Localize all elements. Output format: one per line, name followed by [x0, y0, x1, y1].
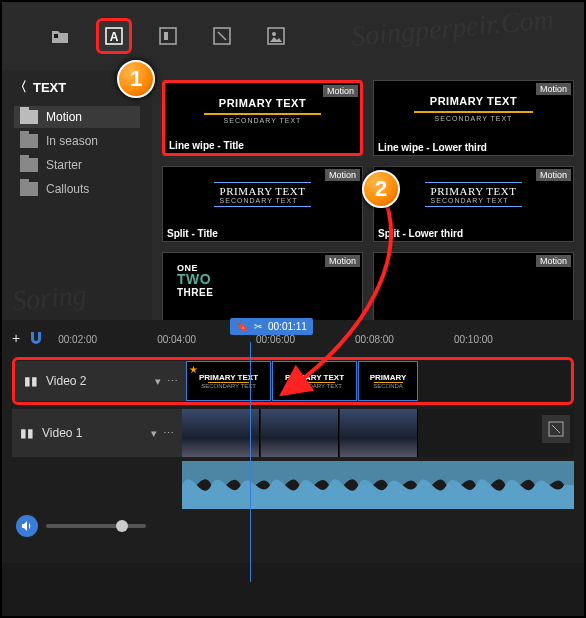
- preset-stack-three: THREE: [177, 287, 213, 298]
- folder-label: Callouts: [46, 182, 89, 196]
- preset-badge: Motion: [325, 255, 360, 267]
- top-toolbar: A: [2, 2, 584, 70]
- folder-icon: [20, 158, 38, 172]
- folder-icon: [20, 134, 38, 148]
- text-clip[interactable]: ★ PRIMARY TEXT SECONDARY TEXT: [186, 361, 271, 401]
- scissors-icon[interactable]: ✂: [254, 321, 262, 332]
- preset-caption: Split - Lower third: [378, 228, 463, 239]
- track-name: Video 2: [46, 374, 86, 388]
- time-tick: 00:08:00: [355, 334, 394, 345]
- volume-control: [16, 515, 570, 537]
- clip-subtitle: SECONDARY TEXT: [287, 383, 342, 389]
- video-thumbnail[interactable]: [261, 409, 339, 457]
- preset-primary-text: PRIMARY TEXT: [430, 95, 517, 107]
- preset-item[interactable]: Motion: [373, 252, 574, 320]
- preset-caption: Line wipe - Lower third: [378, 142, 487, 153]
- time-tick: 00:10:00: [454, 334, 493, 345]
- preset-secondary-text: SECONDARY TEXT: [435, 115, 513, 122]
- preset-line-wipe-lower-third[interactable]: Motion PRIMARY TEXT SECONDARY TEXT Line …: [373, 80, 574, 156]
- preset-primary-text: PRIMARY TEXT: [220, 185, 306, 197]
- star-icon: ★: [189, 364, 198, 375]
- preset-secondary-text: SECONDARY TEXT: [224, 117, 302, 124]
- effects-tab-button[interactable]: [204, 18, 240, 54]
- preset-secondary-text: SECONDARY TEXT: [220, 197, 306, 204]
- folder-icon: [20, 182, 38, 196]
- svg-point-6: [272, 32, 276, 36]
- timeline-panel: + 🔖 ✂ 00:01:11 00:02:00 00:04:00 00:06:0…: [2, 320, 584, 563]
- preset-caption: Split - Title: [167, 228, 218, 239]
- add-track-button[interactable]: +: [12, 330, 20, 349]
- time-tick: 00:02:00: [58, 334, 97, 345]
- ellipsis-icon[interactable]: ⋯: [167, 375, 178, 388]
- track-video-2[interactable]: ▮▮ Video 2 ▾ ⋯ ★ PRIMARY TEXT SECONDARY …: [12, 357, 574, 405]
- folder-starter[interactable]: Starter: [14, 154, 140, 176]
- underline-decoration: [204, 113, 321, 115]
- clip-effects-button[interactable]: [542, 415, 570, 443]
- timeline-ruler[interactable]: + 🔖 ✂ 00:01:11 00:02:00 00:04:00 00:06:0…: [2, 326, 584, 353]
- callout-2-label: 2: [375, 176, 387, 202]
- text-clip[interactable]: PRIMARY TEXT SECONDARY TEXT: [272, 361, 357, 401]
- clip-title: PRIMARY: [370, 373, 407, 382]
- text-clip[interactable]: PRIMARY SECONDA: [358, 361, 418, 401]
- preset-primary-text: PRIMARY TEXT: [219, 97, 306, 109]
- volume-slider[interactable]: [46, 524, 146, 528]
- annotation-callout-1: 1: [117, 60, 155, 98]
- track-header[interactable]: ▮▮ Video 1 ▾ ⋯: [12, 409, 182, 457]
- ellipsis-icon[interactable]: ⋯: [163, 427, 174, 440]
- folder-label: Motion: [46, 110, 82, 124]
- folder-label: In season: [46, 134, 98, 148]
- track-content[interactable]: ★ PRIMARY TEXT SECONDARY TEXT PRIMARY TE…: [186, 361, 570, 401]
- chevron-down-icon[interactable]: ▾: [155, 375, 161, 388]
- video-thumbnail[interactable]: [340, 409, 418, 457]
- media-tab-button[interactable]: [42, 18, 78, 54]
- clip-title: PRIMARY TEXT: [285, 373, 344, 382]
- preset-primary-text: PRIMARY TEXT: [431, 185, 517, 197]
- preset-line-wipe-title[interactable]: Motion PRIMARY TEXT SECONDARY TEXT Line …: [162, 80, 363, 156]
- text-tab-button[interactable]: A: [96, 18, 132, 54]
- time-tick: 00:04:00: [157, 334, 196, 345]
- track-audio[interactable]: [12, 461, 574, 509]
- audio-waveform[interactable]: [182, 461, 574, 509]
- time-ticks: 00:02:00 00:04:00 00:06:00 00:08:00 00:1…: [58, 334, 574, 345]
- playhead-time: 00:01:11: [268, 321, 307, 332]
- track-name: Video 1: [42, 426, 82, 440]
- preset-badge: Motion: [325, 169, 360, 181]
- time-tick: 00:06:00: [256, 334, 295, 345]
- folder-callouts[interactable]: Callouts: [14, 178, 140, 200]
- video-track-icon: ▮▮: [20, 426, 34, 440]
- preset-badge: Motion: [536, 169, 571, 181]
- folder-motion[interactable]: Motion: [14, 106, 140, 128]
- folder-label: Starter: [46, 158, 82, 172]
- preset-stack-two: TWO: [177, 271, 211, 287]
- track-header[interactable]: ▮▮ Video 2 ▾ ⋯: [16, 361, 186, 401]
- preset-split-lower-third[interactable]: Motion PRIMARY TEXT SECONDARY TEXT Split…: [373, 166, 574, 242]
- track-video-1[interactable]: ▮▮ Video 1 ▾ ⋯: [12, 409, 574, 457]
- track-header[interactable]: [12, 461, 182, 509]
- preset-caption: Line wipe - Title: [169, 140, 244, 151]
- overlays-tab-button[interactable]: [258, 18, 294, 54]
- preset-one-two-three[interactable]: Motion ONE TWO THREE: [162, 252, 363, 320]
- main-panel: 〈 TEXT Motion In season Starter Callouts…: [2, 70, 584, 320]
- mute-button[interactable]: [16, 515, 38, 537]
- playhead-line[interactable]: [250, 342, 251, 582]
- preset-badge: Motion: [323, 85, 358, 97]
- video-track-icon: ▮▮: [24, 374, 38, 388]
- svg-text:A: A: [110, 30, 119, 44]
- preset-badge: Motion: [536, 255, 571, 267]
- clip-subtitle: SECONDARY TEXT: [201, 383, 256, 389]
- preset-split-title[interactable]: Motion PRIMARY TEXT SECONDARY TEXT Split…: [162, 166, 363, 242]
- snap-toggle-button[interactable]: [28, 330, 44, 349]
- chevron-left-icon: 〈: [14, 78, 27, 96]
- preset-secondary-text: SECONDARY TEXT: [431, 197, 517, 204]
- folder-in-season[interactable]: In season: [14, 130, 140, 152]
- svg-rect-0: [54, 34, 58, 38]
- preset-badge: Motion: [536, 83, 571, 95]
- transitions-tab-button[interactable]: [150, 18, 186, 54]
- chevron-down-icon[interactable]: ▾: [151, 427, 157, 440]
- preset-sidebar: 〈 TEXT Motion In season Starter Callouts: [2, 70, 152, 320]
- video-thumbnail[interactable]: [182, 409, 260, 457]
- track-content[interactable]: [182, 461, 574, 509]
- folder-open-icon: [20, 110, 38, 124]
- track-content[interactable]: [182, 409, 574, 457]
- playhead-indicator[interactable]: 🔖 ✂ 00:01:11: [230, 318, 313, 335]
